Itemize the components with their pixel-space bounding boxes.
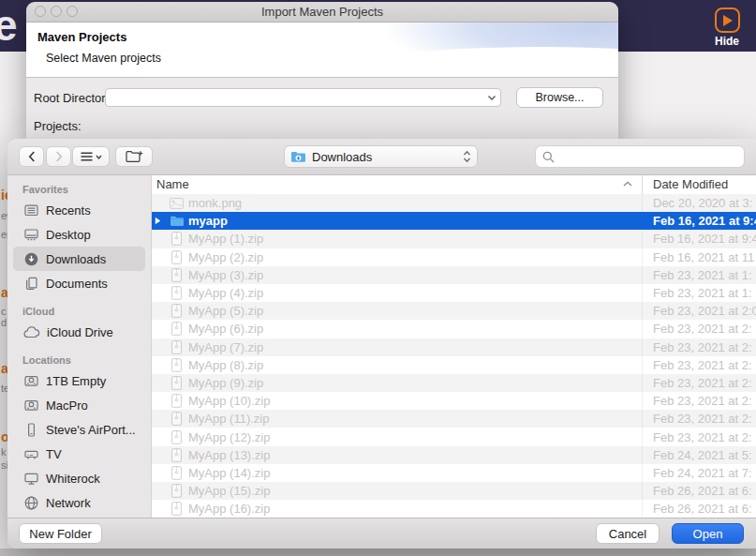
root-directory-combobox[interactable] bbox=[105, 88, 501, 107]
file-row[interactable]: MyApp (12).zipFeb 23, 2021 at 2: bbox=[152, 428, 756, 445]
display-icon bbox=[23, 471, 39, 487]
file-row[interactable]: MyApp (14).zipFeb 24, 2021 at 7: bbox=[152, 464, 756, 482]
chevron-down-icon bbox=[96, 155, 102, 159]
column-header-date-modified[interactable]: Date Modified bbox=[653, 177, 728, 191]
file-row[interactable]: MyApp (8).zipFeb 23, 2021 at 2: bbox=[152, 356, 756, 374]
column-header-name[interactable]: Name bbox=[156, 177, 189, 191]
dialog-titlebar[interactable]: Import Maven Projects bbox=[26, 2, 618, 23]
file-name: MyApp (14).zip bbox=[188, 466, 270, 480]
search-field[interactable] bbox=[535, 145, 745, 168]
search-input[interactable] bbox=[559, 149, 737, 165]
sidebar-item-desktop[interactable]: Desktop bbox=[13, 222, 145, 247]
file-row[interactable]: MyApp (5).zipFeb 23, 2021 at 2:0 bbox=[152, 302, 756, 320]
sidebar-item-icloud-drive[interactable]: iCloud Drive bbox=[13, 320, 145, 344]
file-date-modified: Feb 23, 2021 at 2: bbox=[653, 340, 752, 354]
file-date-modified: Feb 24, 2021 at 7: bbox=[653, 466, 752, 480]
background-text-fragment: c bbox=[1, 306, 7, 317]
minimize-window-button[interactable] bbox=[51, 6, 62, 17]
sidebar-item-downloads[interactable]: Downloads bbox=[13, 247, 145, 271]
file-name: MyApp (15).zip bbox=[188, 484, 270, 498]
window-controls[interactable] bbox=[35, 6, 78, 17]
zoom-window-button[interactable] bbox=[67, 6, 78, 17]
file-row[interactable]: monk.pngDec 20, 2020 at 3: bbox=[152, 194, 756, 212]
sidebar-item-whiterock[interactable]: Whiterock bbox=[13, 466, 145, 490]
file-row[interactable]: MyApp (13).zipFeb 24, 2021 at 5: bbox=[152, 446, 756, 464]
file-date-modified: Feb 23, 2021 at 1: bbox=[653, 268, 752, 282]
file-date-modified: Feb 23, 2021 at 1: bbox=[653, 286, 752, 300]
sidebar-item-macpro[interactable]: MacPro bbox=[13, 393, 145, 417]
file-name: MyApp (7).zip bbox=[188, 340, 263, 354]
chevron-left-icon bbox=[28, 151, 36, 162]
sidebar-item-tv[interactable]: TV bbox=[13, 442, 145, 466]
sidebar-item-network[interactable]: Network bbox=[13, 490, 145, 515]
file-date-modified: Feb 16, 2021 at 9:4 bbox=[653, 232, 756, 246]
browse-button[interactable]: Browse... bbox=[516, 87, 603, 108]
desktop-icon bbox=[23, 227, 39, 243]
zip-icon bbox=[169, 484, 185, 498]
airport-icon bbox=[23, 422, 39, 438]
dialog-footer: New Folder Cancel Open bbox=[7, 518, 756, 548]
file-name: monk.png bbox=[188, 196, 242, 210]
sidebar-item-documents[interactable]: Documents bbox=[13, 271, 145, 295]
chevron-down-icon[interactable] bbox=[483, 95, 500, 101]
zip-icon bbox=[169, 286, 185, 300]
file-date-modified: Feb 26, 2021 at 6: bbox=[653, 502, 752, 516]
play-icon[interactable] bbox=[715, 8, 740, 33]
screen: e Hide ieeweracdateoksie Import Maven Pr… bbox=[0, 0, 756, 556]
sidebar-section-title: Favorites bbox=[7, 181, 151, 198]
file-row[interactable]: MyApp (3).zipFeb 23, 2021 at 1: bbox=[152, 266, 756, 284]
file-name: MyApp (9).zip bbox=[188, 376, 263, 390]
file-row[interactable]: MyApp (6).zipFeb 23, 2021 at 2: bbox=[152, 320, 756, 338]
file-row[interactable]: MyApp (15).zipFeb 26, 2021 at 6: bbox=[152, 482, 756, 500]
file-date-modified: Feb 23, 2021 at 2: bbox=[653, 322, 752, 336]
file-row[interactable]: myappFeb 16, 2021 at 9:4 bbox=[152, 212, 756, 230]
sort-ascending-icon[interactable] bbox=[623, 181, 632, 187]
file-row[interactable]: MyApp (1).zipFeb 16, 2021 at 9:4 bbox=[152, 230, 756, 248]
file-row[interactable]: MyApp (10).zipFeb 23, 2021 at 2: bbox=[152, 392, 756, 410]
sidebar-item-steve-s-airport-[interactable]: Steve's AirPort... bbox=[13, 417, 145, 442]
open-button[interactable]: Open bbox=[672, 523, 744, 544]
file-row[interactable]: MyApp (7).zipFeb 23, 2021 at 2: bbox=[152, 338, 756, 356]
recents-icon bbox=[23, 203, 39, 218]
file-name: MyApp (11).zip bbox=[188, 412, 269, 426]
zip-icon bbox=[169, 394, 185, 408]
sidebar-item-label: MacPro bbox=[46, 398, 88, 413]
wizard-heading: Maven Projects bbox=[37, 30, 126, 44]
disclosure-triangle-icon[interactable] bbox=[152, 217, 169, 225]
file-name: MyApp (1).zip bbox=[188, 232, 263, 246]
forward-button[interactable] bbox=[46, 146, 71, 167]
sidebar-item-1tb-empty[interactable]: 1TB Empty bbox=[13, 368, 145, 393]
view-options-button[interactable] bbox=[72, 146, 110, 167]
new-folder-toolbar-button[interactable] bbox=[115, 146, 153, 167]
cancel-button[interactable]: Cancel bbox=[596, 523, 660, 544]
zip-icon bbox=[169, 250, 185, 264]
new-folder-button[interactable]: New Folder bbox=[19, 523, 102, 544]
file-date-modified: Feb 23, 2021 at 2:0 bbox=[653, 304, 756, 318]
file-name: MyApp (6).zip bbox=[188, 322, 263, 336]
play-triangle-icon bbox=[723, 15, 733, 26]
close-window-button[interactable] bbox=[35, 6, 46, 17]
sidebar-item-recents[interactable]: Recents bbox=[13, 198, 145, 222]
file-row[interactable]: MyApp (9).zipFeb 23, 2021 at 2: bbox=[152, 374, 756, 392]
column-divider[interactable] bbox=[642, 175, 643, 194]
file-date-modified: Feb 24, 2021 at 5: bbox=[653, 448, 752, 462]
sidebar-item-label: Downloads bbox=[46, 252, 106, 266]
file-row[interactable]: MyApp (2).zipFeb 16, 2021 at 11 bbox=[152, 248, 756, 266]
hide-control[interactable]: Hide bbox=[709, 8, 745, 48]
zip-icon bbox=[169, 448, 185, 462]
file-row[interactable]: MyApp (4).zipFeb 23, 2021 at 1: bbox=[152, 284, 756, 302]
file-name: MyApp (8).zip bbox=[188, 358, 263, 372]
drive-icon bbox=[23, 398, 39, 413]
file-row[interactable]: MyApp (11).zipFeb 23, 2021 at 2: bbox=[152, 410, 756, 428]
zip-icon bbox=[169, 304, 185, 318]
dialog-content: FavoritesRecentsDesktopDownloadsDocument… bbox=[7, 175, 756, 518]
list-header: Name Date Modified bbox=[152, 175, 756, 195]
file-name: MyApp (10).zip bbox=[188, 394, 270, 408]
downloads-folder-icon bbox=[290, 150, 306, 163]
file-row[interactable]: MyApp (16).zipFeb 26, 2021 at 6: bbox=[152, 500, 756, 518]
wizard-banner: Maven Projects Select Maven projects bbox=[26, 23, 618, 77]
location-dropdown[interactable]: Downloads bbox=[284, 145, 478, 168]
sidebar-section-title: Locations bbox=[7, 352, 151, 368]
back-button[interactable] bbox=[19, 146, 44, 167]
zip-icon bbox=[169, 358, 185, 372]
